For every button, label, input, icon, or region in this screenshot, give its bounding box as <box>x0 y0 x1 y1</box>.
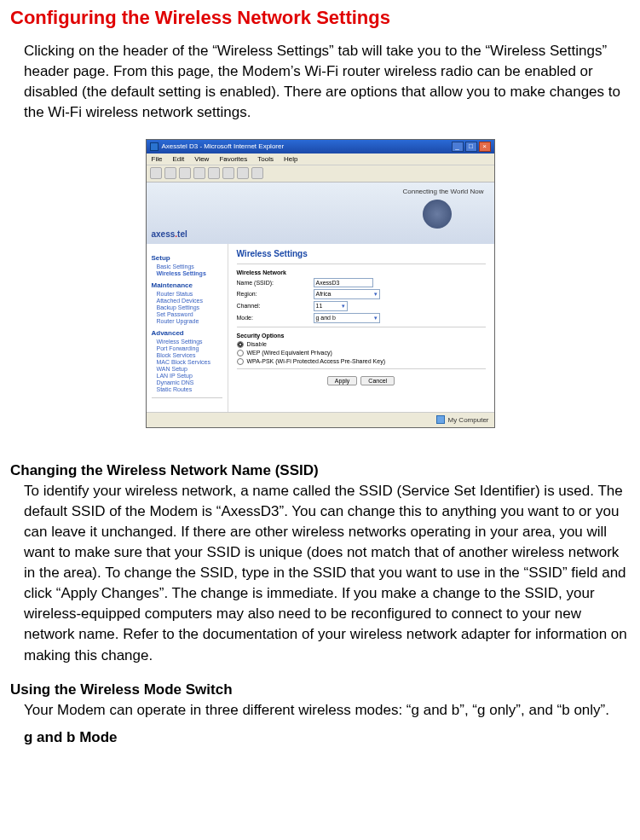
chevron-down-icon: ▾ <box>342 303 345 310</box>
region-select[interactable]: Africa▾ <box>314 289 380 299</box>
radio-disable[interactable] <box>237 341 244 348</box>
radio-wpa-label: WPA-PSK (Wi-Fi Protected Access Pre-Shar… <box>247 358 385 364</box>
ssid-heading: Changing the Wireless Network Name (SSID… <box>10 462 630 479</box>
g-and-b-heading: g and b Mode <box>24 729 630 746</box>
page-title: Configuring the Wireless Network Setting… <box>10 7 630 29</box>
window-toolbar <box>147 165 494 182</box>
brand-part2: tel <box>177 229 187 239</box>
ssid-label: Name (SSID): <box>237 280 314 286</box>
history-icon[interactable] <box>251 167 263 179</box>
option-wep-row[interactable]: WEP (Wired Equivalent Privacy) <box>237 350 486 356</box>
ssid-input[interactable]: AxessD3 <box>314 278 373 287</box>
minimize-button[interactable]: _ <box>452 142 464 152</box>
channel-select[interactable]: 11▾ <box>314 301 348 311</box>
sidebar-port-forwarding[interactable]: Port Forwarding <box>157 345 222 351</box>
ie-icon <box>150 142 159 151</box>
radio-disable-label: Disable <box>247 341 267 347</box>
home-icon[interactable] <box>208 167 220 179</box>
window-menubar: File Edit View Favorites Tools Help <box>147 154 494 165</box>
sidebar-router-upgrade[interactable]: Router Upgrade <box>157 318 222 324</box>
option-disable-row[interactable]: Disable <box>237 341 486 348</box>
cancel-button[interactable]: Cancel <box>360 376 395 385</box>
sidebar-backup-settings[interactable]: Backup Settings <box>157 304 222 310</box>
sidebar-group-setup: Setup <box>152 254 222 262</box>
ssid-paragraph: To identify your wireless network, a nam… <box>24 481 630 666</box>
sidebar-set-password[interactable]: Set Password <box>157 311 222 317</box>
apply-button[interactable]: Apply <box>327 376 358 385</box>
sidebar-nav: Setup Basic Settings Wireless Settings M… <box>147 244 228 412</box>
region-label: Region: <box>237 291 314 297</box>
refresh-icon[interactable] <box>193 167 205 179</box>
mode-label: Mode: <box>237 315 314 321</box>
sidebar-block-services[interactable]: Block Services <box>157 352 222 358</box>
sidebar-group-advanced: Advanced <box>152 329 222 337</box>
menu-file[interactable]: File <box>152 155 163 163</box>
back-icon[interactable] <box>150 167 162 179</box>
brand-logo: axess.tel <box>152 229 187 239</box>
chevron-down-icon: ▾ <box>374 315 378 322</box>
mode-paragraph: Your Modem can operate in three differen… <box>24 700 630 721</box>
sidebar-dynamic-dns[interactable]: Dynamic DNS <box>157 379 222 385</box>
computer-icon <box>436 415 445 424</box>
window-titlebar: Axesstel D3 - Microsoft Internet Explore… <box>147 140 494 154</box>
section-security-options: Security Options <box>237 333 486 339</box>
menu-edit[interactable]: Edit <box>172 155 184 163</box>
menu-tools[interactable]: Tools <box>257 155 274 163</box>
main-panel: Wireless Settings Wireless Network Name … <box>228 244 494 412</box>
banner: Connecting the World Now axess.tel <box>147 182 494 244</box>
channel-label: Channel: <box>237 303 314 309</box>
sidebar-basic-settings[interactable]: Basic Settings <box>157 264 222 269</box>
close-button[interactable]: × <box>479 142 491 152</box>
chevron-down-icon: ▾ <box>374 291 378 298</box>
intro-paragraph: Clicking on the header of the “Wireless … <box>24 41 630 124</box>
sidebar-mac-block[interactable]: MAC Block Services <box>157 359 222 365</box>
banner-tagline: Connecting the World Now <box>402 188 483 195</box>
radio-wep[interactable] <box>237 350 244 356</box>
menu-favorites[interactable]: Favorites <box>219 155 247 163</box>
maximize-button[interactable]: □ <box>465 142 477 152</box>
sidebar-group-maintenance: Maintenance <box>152 281 222 289</box>
section-wireless-network: Wireless Network <box>237 269 486 275</box>
menu-help[interactable]: Help <box>284 155 297 163</box>
forward-icon[interactable] <box>164 167 176 179</box>
sidebar-router-status[interactable]: Router Status <box>157 291 222 297</box>
sidebar-wireless-settings[interactable]: Wireless Settings <box>157 270 222 276</box>
mode-heading: Using the Wireless Mode Switch <box>10 681 630 698</box>
stop-icon[interactable] <box>179 167 191 179</box>
sidebar-static-routes[interactable]: Static Routes <box>157 386 222 392</box>
statusbar: My Computer <box>147 412 494 427</box>
radio-wpa[interactable] <box>237 358 244 365</box>
sidebar-attached-devices[interactable]: Attached Devices <box>157 298 222 304</box>
brand-part1: axess <box>152 229 176 239</box>
sidebar-adv-wireless[interactable]: Wireless Settings <box>157 339 222 345</box>
window-title-text: Axesstel D3 - Microsoft Internet Explore… <box>162 142 285 150</box>
statusbar-text: My Computer <box>447 416 488 424</box>
screenshot-embedded-window: Axesstel D3 - Microsoft Internet Explore… <box>146 139 495 428</box>
favorites-icon[interactable] <box>237 167 249 179</box>
mode-select[interactable]: g and b▾ <box>314 313 380 323</box>
search-icon[interactable] <box>222 167 234 179</box>
globe-icon <box>423 200 452 229</box>
panel-heading: Wireless Settings <box>237 249 486 258</box>
sidebar-wan-setup[interactable]: WAN Setup <box>157 366 222 372</box>
sidebar-lan-ip[interactable]: LAN IP Setup <box>157 373 222 379</box>
option-wpa-row[interactable]: WPA-PSK (Wi-Fi Protected Access Pre-Shar… <box>237 358 486 365</box>
radio-wep-label: WEP (Wired Equivalent Privacy) <box>247 350 332 356</box>
menu-view[interactable]: View <box>194 155 209 163</box>
